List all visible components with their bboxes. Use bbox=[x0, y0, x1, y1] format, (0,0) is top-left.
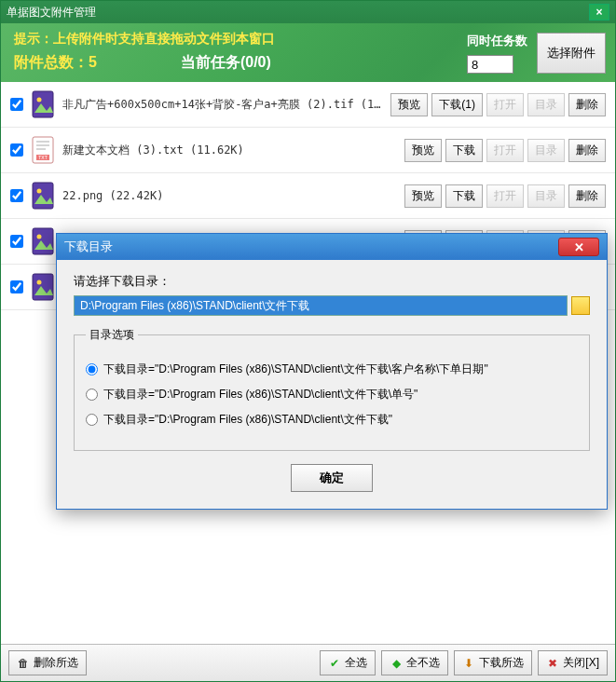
svg-text:TXT: TXT bbox=[38, 155, 47, 160]
file-delete-button[interactable]: 删除 bbox=[568, 184, 606, 208]
file-name: 新建文本文档 (3).txt (11.62K) bbox=[62, 143, 397, 158]
download-selected-button[interactable]: ⬇下载所选 bbox=[454, 650, 532, 675]
concurrent-label: 同时任务数 bbox=[467, 33, 527, 49]
svg-rect-0 bbox=[33, 91, 53, 117]
svg-rect-10 bbox=[33, 228, 53, 254]
diamond-icon: ◆ bbox=[390, 657, 403, 670]
dialog-title-bar: 下载目录 ✕ bbox=[57, 234, 607, 260]
path-input[interactable] bbox=[74, 295, 568, 316]
file-action-button[interactable]: 预览 bbox=[404, 139, 442, 162]
concurrent-block: 同时任务数 bbox=[467, 33, 527, 74]
svg-rect-8 bbox=[33, 183, 53, 209]
dir-option-0[interactable]: 下载目录="D:\Program Files (x86)\STAND\clien… bbox=[86, 361, 578, 377]
dialog-close-icon[interactable]: ✕ bbox=[558, 238, 599, 256]
file-action-button-disabled: 打开 bbox=[486, 184, 524, 208]
file-row: 非凡广告+600x500cm+14张+背胶-客户a+亮膜 (2).tif (1.… bbox=[1, 82, 615, 128]
file-name: 22.png (22.42K) bbox=[62, 189, 397, 202]
file-name: 非凡广告+600x500cm+14张+背胶-客户a+亮膜 (2).tif (1.… bbox=[62, 97, 383, 113]
attachment-count: 附件总数：5 bbox=[14, 53, 97, 73]
file-row: TXT新建文本文档 (3).txt (11.62K)预览下载打开目录删除 bbox=[1, 128, 615, 173]
file-checkbox[interactable] bbox=[10, 235, 23, 248]
trash-icon: 🗑 bbox=[17, 657, 30, 670]
close-icon[interactable]: × bbox=[589, 4, 609, 20]
file-checkbox[interactable] bbox=[10, 98, 23, 111]
dialog-title: 下载目录 bbox=[64, 239, 113, 255]
svg-point-11 bbox=[37, 235, 42, 239]
file-action-button[interactable]: 下载 bbox=[445, 139, 483, 162]
select-attachment-button[interactable]: 选择附件 bbox=[537, 33, 606, 74]
file-type-icon bbox=[31, 89, 55, 119]
footer-bar: 🗑删除所选 ✔全选 ◆全不选 ⬇下载所选 ✖关闭[X] bbox=[1, 644, 615, 681]
dir-options-group: 目录选项 下载目录="D:\Program Files (x86)\STAND\… bbox=[74, 327, 590, 451]
delete-selected-button[interactable]: 🗑删除所选 bbox=[8, 650, 87, 675]
group-legend: 目录选项 bbox=[86, 327, 138, 343]
title-bar: 单据图文附件管理 × bbox=[1, 1, 615, 23]
file-checkbox[interactable] bbox=[10, 189, 23, 202]
current-task: 当前任务(0/0) bbox=[181, 53, 271, 73]
svg-rect-12 bbox=[33, 274, 53, 300]
close-button[interactable]: ✖关闭[X] bbox=[538, 650, 608, 675]
ok-button[interactable]: 确定 bbox=[291, 464, 373, 492]
svg-point-13 bbox=[37, 280, 42, 285]
file-action-button[interactable]: 下载(1) bbox=[431, 93, 483, 116]
check-icon: ✔ bbox=[328, 657, 341, 670]
file-action-button-disabled: 目录 bbox=[527, 93, 565, 116]
browse-folder-icon[interactable] bbox=[571, 296, 590, 315]
file-row: 22.png (22.42K)预览下载打开目录删除 bbox=[1, 173, 615, 219]
file-type-icon bbox=[31, 226, 55, 256]
svg-point-9 bbox=[37, 189, 42, 194]
file-checkbox[interactable] bbox=[10, 280, 23, 293]
file-type-icon: TXT bbox=[31, 135, 55, 165]
file-delete-button[interactable]: 删除 bbox=[568, 139, 606, 162]
file-action-button[interactable]: 预览 bbox=[390, 93, 428, 116]
file-action-button[interactable]: 预览 bbox=[404, 184, 442, 208]
dir-option-1[interactable]: 下载目录="D:\Program Files (x86)\STAND\clien… bbox=[86, 387, 578, 402]
file-action-button-disabled: 打开 bbox=[486, 139, 524, 162]
file-type-icon bbox=[31, 181, 55, 211]
concurrent-input[interactable] bbox=[467, 55, 513, 74]
file-action-button-disabled: 打开 bbox=[486, 93, 524, 116]
unselect-all-button[interactable]: ◆全不选 bbox=[381, 650, 448, 675]
file-action-button[interactable]: 下载 bbox=[445, 184, 483, 208]
file-action-button-disabled: 目录 bbox=[527, 184, 565, 208]
download-icon: ⬇ bbox=[462, 657, 475, 670]
close-x-icon: ✖ bbox=[546, 657, 559, 670]
header-panel: 提示：上传附件时支持直接拖动文件到本窗口 附件总数：5 当前任务(0/0) 同时… bbox=[1, 23, 615, 82]
svg-point-1 bbox=[37, 98, 42, 102]
file-type-icon bbox=[31, 272, 55, 302]
file-action-button-disabled: 目录 bbox=[527, 139, 565, 162]
download-dir-dialog: 下载目录 ✕ 请选择下载目录： 目录选项 下载目录="D:\Program Fi… bbox=[56, 233, 608, 510]
dialog-label: 请选择下载目录： bbox=[74, 273, 590, 290]
window-title: 单据图文附件管理 bbox=[7, 5, 96, 20]
file-delete-button[interactable]: 删除 bbox=[568, 93, 606, 116]
file-checkbox[interactable] bbox=[10, 143, 23, 157]
select-all-button[interactable]: ✔全选 bbox=[320, 650, 376, 675]
dir-option-2[interactable]: 下载目录="D:\Program Files (x86)\STAND\clien… bbox=[86, 412, 578, 428]
